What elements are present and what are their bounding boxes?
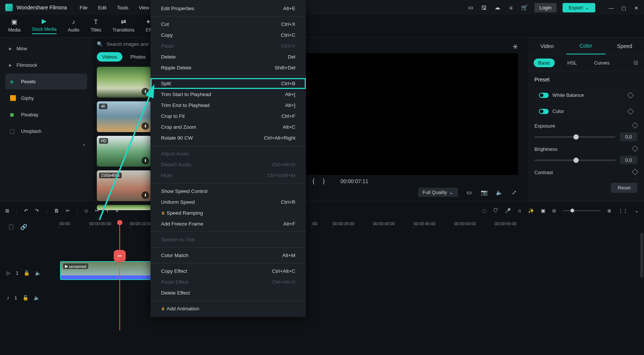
sidebar-filmstock[interactable]: ▶Filmstock (5, 57, 87, 73)
ctx-split[interactable]: SplitCtrl+B (150, 78, 306, 89)
sidebar-pixabay[interactable]: ◼Pixabay (5, 107, 87, 122)
download-icon[interactable]: ⬇ (141, 122, 149, 130)
media-thumb[interactable]: HD⬇ (97, 136, 151, 167)
save-preset-icon[interactable]: 🖫 (633, 60, 638, 66)
media-thumb[interactable]: 4K⬇ (97, 101, 151, 132)
brightness-value[interactable]: 0,0 (620, 156, 637, 164)
quality-dropdown[interactable]: Full Quality⌄ (418, 188, 458, 197)
export-button[interactable]: Export⌄ (563, 3, 595, 12)
ctx-copy[interactable]: CopyCtrl+C (150, 30, 306, 41)
keyframe-diamond-icon[interactable] (627, 108, 634, 114)
render-icon[interactable]: ◌ (482, 208, 486, 214)
toggle-switch[interactable] (539, 109, 549, 114)
save-icon[interactable]: 🖫 (480, 4, 488, 11)
ctx-crop-zoom[interactable]: Crop and ZoomAlt+C (150, 122, 306, 132)
color-row[interactable]: Color (534, 105, 637, 118)
download-icon[interactable]: ⬇ (141, 88, 149, 95)
sidebar-giphy[interactable]: 🟧Giphy (5, 90, 87, 106)
menu-file[interactable]: File (80, 5, 87, 11)
ctx-delete-effect[interactable]: Delete Effect (150, 287, 306, 298)
view-menu-icon[interactable]: ⋮⋮ (618, 208, 628, 214)
ctx-freeze-frame[interactable]: Add Freeze FrameAlt+F (150, 218, 306, 229)
link-icon[interactable]: 🔗 (20, 224, 27, 230)
camera-icon[interactable]: 📷 (480, 189, 488, 196)
ctx-trim-end[interactable]: Trim End to PlayheadAlt+] (150, 100, 306, 111)
lock-icon[interactable]: 🔓 (23, 295, 29, 301)
ctx-trim-start[interactable]: Trim Start to PlayheadAlt+[ (150, 89, 306, 100)
mark-out-icon[interactable]: } (323, 178, 326, 185)
enhance-icon[interactable]: ✨ (528, 208, 534, 214)
vertical-scrollbar[interactable] (640, 233, 643, 278)
insp-tab-video[interactable]: Video (528, 38, 566, 54)
sidebar-mine[interactable]: ▶Mine (5, 41, 87, 56)
ctx-uniform-speed[interactable]: Uniform SpeedCtrl+R (150, 197, 306, 208)
aspect-icon[interactable]: ▣ (541, 208, 545, 214)
shield-icon[interactable]: ⛉ (493, 208, 498, 214)
brightness-slider[interactable] (534, 159, 615, 161)
insp-sub-curves[interactable]: Curves (590, 59, 614, 67)
white-balance-row[interactable]: White Balance (534, 89, 637, 102)
subtab-videos[interactable]: Videos (97, 52, 122, 62)
media-thumb[interactable]: 2160x4096⬇ (97, 170, 151, 201)
ctx-cut[interactable]: CutCtrl+X (150, 19, 306, 30)
split-scissor-icon[interactable]: ✂ (66, 208, 70, 214)
media-thumb[interactable] (97, 205, 151, 210)
minimize-button[interactable]: — (609, 5, 613, 10)
redo-icon[interactable]: ↷ (35, 208, 39, 214)
tab-titles[interactable]: TTitles (90, 18, 101, 34)
playhead-handle[interactable] (117, 220, 122, 225)
insp-tab-color[interactable]: Color (566, 38, 605, 54)
settings-lines-icon[interactable]: ≡ (507, 4, 515, 11)
reset-button[interactable]: Reset (611, 183, 637, 193)
ctx-rotate-90[interactable]: Rotate 90 CWCtrl+Alt+Right (150, 132, 306, 143)
video-track-header[interactable]: ▷1🔓🔈 (7, 270, 41, 276)
volume-icon[interactable]: 🔈 (495, 189, 503, 196)
ctx-ripple-delete[interactable]: Ripple DeleteShift+Del (150, 62, 306, 73)
exposure-value[interactable]: 0,0 (620, 132, 637, 141)
audio-mixer-icon[interactable]: ♫ (518, 208, 521, 214)
menu-edit[interactable]: Edit (98, 5, 106, 11)
keyframe-diamond-icon[interactable] (632, 146, 638, 152)
snapshot-toggle-icon[interactable]: ⚹ (513, 43, 518, 50)
keyframe-diamond-icon[interactable] (632, 169, 638, 175)
visibility-icon[interactable]: 🔈 (35, 270, 41, 276)
sidebar-collapse-button[interactable]: ‹ (5, 142, 87, 147)
video-track-lane[interactable]: ▶ unnamed (56, 261, 640, 281)
media-thumb[interactable]: ⬇ (97, 67, 151, 98)
menu-tools[interactable]: Tools (117, 5, 128, 11)
ctx-speed-control[interactable]: Show Speed Control (150, 186, 306, 197)
menu-view[interactable]: View (139, 5, 149, 11)
tab-stock-media[interactable]: ▶Stock Media (32, 17, 57, 34)
tab-media[interactable]: ▣Media (8, 18, 21, 34)
download-icon[interactable]: ⬇ (141, 157, 149, 164)
ctx-delete[interactable]: DeleteDel (150, 51, 306, 62)
undo-icon[interactable]: ↶ (24, 208, 28, 214)
sidebar-unsplash[interactable]: ⬚Unsplash (5, 123, 87, 139)
cart-icon[interactable]: 🛒 (521, 4, 528, 11)
login-button[interactable]: Login (534, 3, 557, 12)
tab-audio[interactable]: ♪Audio (68, 18, 80, 34)
close-button[interactable]: ✕ (634, 5, 639, 10)
tab-transitions[interactable]: ⇄Transitions (113, 18, 134, 34)
chevron-down-icon[interactable]: ⌄ (635, 208, 639, 214)
maximize-button[interactable]: ▢ (621, 5, 626, 10)
fullscreen-icon[interactable]: ⤢ (510, 189, 518, 196)
exposure-slider[interactable] (534, 136, 615, 138)
mark-in-icon[interactable]: { (313, 178, 316, 185)
ctx-copy-effect[interactable]: Copy EffectCtrl+Alt+C (150, 266, 306, 277)
ctx-edit-properties[interactable]: Edit PropertiesAlt+E (150, 3, 306, 14)
marker-icon[interactable]: ◇ (84, 208, 88, 214)
keyframe-diamond-icon[interactable] (632, 122, 638, 129)
display-icon[interactable]: ▭ (465, 189, 473, 196)
insp-tab-speed[interactable]: Speed (605, 38, 644, 54)
ctx-add-animation[interactable]: ♛Add Animation (150, 303, 306, 314)
ctx-color-match[interactable]: Color MatchAlt+M (150, 250, 306, 261)
insp-sub-hsl[interactable]: HSL (563, 59, 581, 67)
layout-icon[interactable]: ▭ (467, 4, 474, 11)
ctx-speed-ramping[interactable]: ♛Speed Ramping (150, 208, 306, 218)
zoom-slider[interactable] (563, 210, 600, 211)
mute-icon[interactable]: 🔈 (34, 295, 40, 301)
time-ruler[interactable]: :00:00 00:00:05:00 00:00:10:00 :00 00:00… (56, 220, 640, 233)
toggle-switch[interactable] (539, 93, 549, 98)
add-track-icon[interactable]: ⊞ (5, 208, 9, 214)
